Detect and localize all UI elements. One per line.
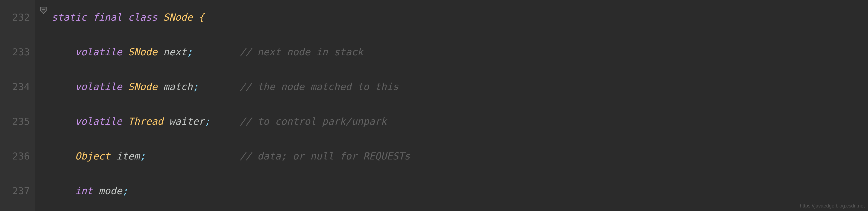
semicolon: ; [187, 47, 193, 58]
type-name: Thread [128, 116, 163, 127]
semicolon: ; [122, 185, 128, 197]
field-name: waiter [169, 116, 205, 127]
semicolon: ; [140, 151, 146, 162]
code-line[interactable]: int mode; [52, 174, 868, 208]
keyword-static: static [52, 12, 87, 23]
type-name: SNode [128, 47, 157, 58]
fold-collapse-icon[interactable] [39, 5, 48, 14]
class-name: SNode [163, 12, 193, 23]
code-line[interactable]: static final class SNode { [52, 0, 868, 35]
keyword-volatile: volatile [75, 81, 122, 92]
field-name: mode [98, 185, 122, 197]
comment: // next node in stack [240, 47, 363, 58]
keyword-final: final [93, 12, 122, 23]
indent-guide [48, 0, 48, 211]
keyword-class: class [128, 12, 157, 23]
field-name: next [163, 47, 187, 58]
line-number[interactable]: 233 [3, 35, 30, 69]
keyword-volatile: volatile [75, 116, 122, 127]
code-line[interactable]: Object item; // data; or null for REQUES… [52, 139, 868, 174]
watermark-text: https://javaedge.blog.csdn.net [800, 203, 865, 209]
code-editor: 232 233 234 235 236 237 static final cla… [0, 0, 868, 211]
type-name: SNode [128, 81, 157, 92]
semicolon: ; [193, 81, 198, 92]
keyword-int: int [75, 185, 93, 197]
keyword-volatile: volatile [75, 47, 122, 58]
line-number[interactable]: 234 [3, 69, 30, 104]
code-line[interactable]: volatile SNode next; // next node in sta… [52, 35, 868, 69]
comment: // the node matched to this [240, 81, 399, 92]
code-content-area[interactable]: static final class SNode { volatile SNod… [35, 0, 868, 211]
code-line[interactable]: volatile Thread waiter; // to control pa… [52, 104, 868, 139]
comment: // data; or null for REQUESTs [240, 151, 410, 162]
field-name: match [163, 81, 193, 92]
open-brace: { [198, 12, 205, 23]
semicolon: ; [205, 116, 211, 127]
line-number[interactable]: 235 [3, 104, 30, 139]
line-number-gutter: 232 233 234 235 236 237 [0, 0, 35, 211]
code-line[interactable]: volatile SNode match; // the node matche… [52, 69, 868, 104]
line-number[interactable]: 237 [3, 174, 30, 208]
line-number[interactable]: 236 [3, 139, 30, 174]
field-name: item [116, 151, 140, 162]
line-number[interactable]: 232 [3, 0, 30, 35]
type-name: Object [75, 151, 111, 162]
comment: // to control park/unpark [240, 116, 387, 127]
